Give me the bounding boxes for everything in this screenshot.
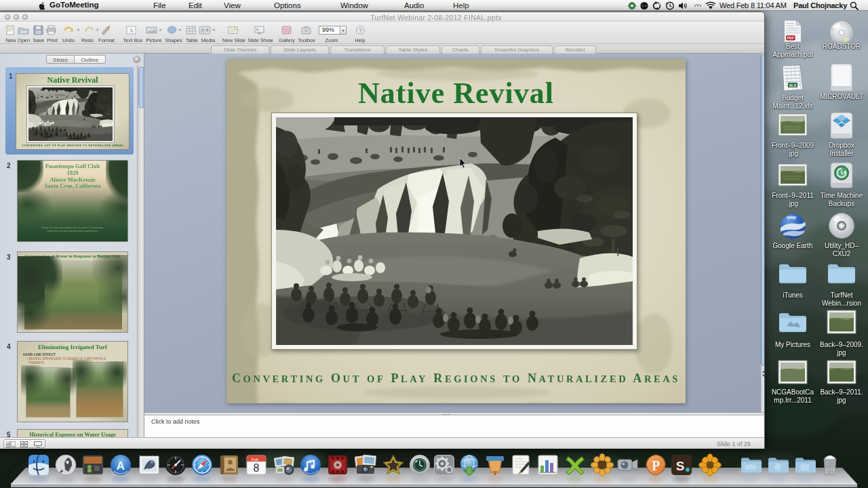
svg-text:?: ? (359, 27, 362, 34)
svg-text:8: 8 (254, 462, 260, 474)
svg-text:Feb: Feb (252, 458, 259, 462)
svg-text:PDF: PDF (787, 36, 795, 40)
svg-text:XLS: XLS (789, 83, 797, 87)
svg-text:A: A (117, 460, 125, 472)
svg-text:S: S (676, 459, 685, 473)
svg-text:P: P (652, 458, 660, 473)
svg-text:A: A (129, 27, 134, 34)
